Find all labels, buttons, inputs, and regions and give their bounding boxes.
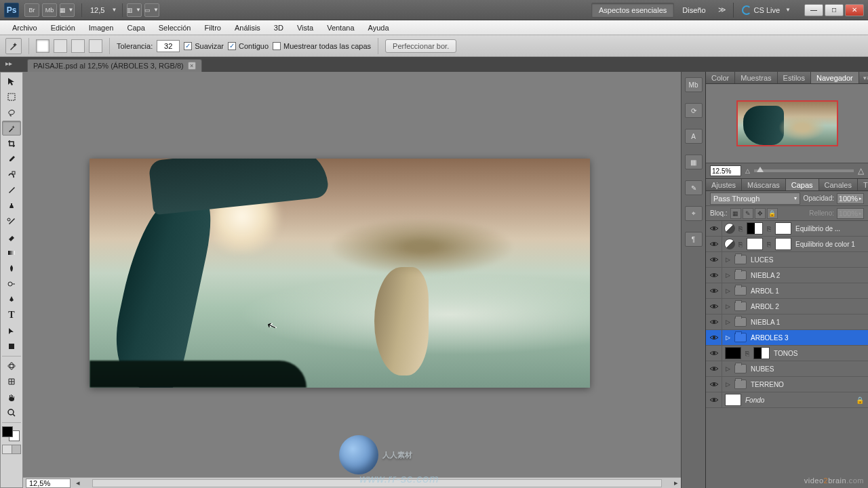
current-tool-magicwand-icon[interactable]	[5, 38, 22, 54]
tab-estilos[interactable]: Estilos	[778, 72, 811, 83]
tab-navegador[interactable]: Navegador	[811, 72, 859, 83]
quick-mask-toggle[interactable]	[2, 445, 21, 454]
layer-item[interactable]: ⎘⎘Equilibrio de color 1	[706, 237, 868, 252]
selection-add-button[interactable]	[54, 39, 67, 53]
color-swatches[interactable]	[2, 426, 20, 441]
zoom-level-display[interactable]: 12,5	[86, 6, 108, 14]
tab-mascaras[interactable]: Máscaras	[742, 179, 786, 190]
close-button[interactable]: ✕	[845, 4, 864, 16]
tab-trazados[interactable]: Trazad	[858, 179, 868, 190]
layer-visibility-toggle[interactable]	[706, 314, 722, 329]
tab-capas[interactable]: Capas	[786, 179, 819, 190]
scroll-left-button[interactable]: ◂	[73, 479, 83, 487]
view-extras-button[interactable]: ▦▼	[60, 3, 75, 17]
minibridge-panel-icon[interactable]: Mb	[685, 77, 703, 92]
more-workspaces-button[interactable]: ≫	[714, 5, 730, 14]
layer-visibility-toggle[interactable]	[706, 377, 722, 392]
pen-tool[interactable]	[2, 292, 21, 307]
3d-rotate-tool[interactable]	[2, 359, 21, 373]
hand-tool[interactable]	[2, 390, 21, 405]
healing-brush-tool[interactable]	[2, 167, 21, 182]
brushes-panel-icon[interactable]: ✎	[685, 180, 703, 195]
selection-intersect-button[interactable]	[89, 39, 102, 53]
swatches-panel-icon[interactable]: ▦	[685, 155, 703, 169]
eyedropper-tool[interactable]	[2, 152, 21, 167]
navigator-thumbnail[interactable]	[736, 100, 838, 146]
antialias-checkbox[interactable]: ✓Suavizar	[184, 42, 224, 50]
layer-visibility-toggle[interactable]	[706, 330, 722, 345]
menu-vista[interactable]: Vista	[290, 22, 320, 34]
layer-name[interactable]: TERRENO	[751, 381, 784, 388]
menu-ayuda[interactable]: Ayuda	[361, 22, 396, 34]
layer-item[interactable]: ▷LUCES	[706, 252, 868, 268]
lock-transparency-icon[interactable]: ▦	[730, 208, 741, 219]
layer-item[interactable]: ▷ÁRBOL 2	[706, 299, 868, 314]
maximize-button[interactable]: □	[825, 4, 844, 16]
move-tool[interactable]	[2, 74, 21, 89]
zoom-tool[interactable]	[2, 405, 21, 420]
lock-all-icon[interactable]: 🔒	[767, 208, 778, 219]
layer-name[interactable]: TONOS	[774, 350, 797, 357]
group-expand-icon[interactable]: ▷	[724, 334, 732, 341]
shape-tool[interactable]	[2, 339, 21, 354]
layer-mask-thumb[interactable]	[747, 238, 763, 250]
layer-item[interactable]: ⎘⎘Equilibrio de ...	[706, 221, 868, 237]
layer-item[interactable]: ⎘TONOS	[706, 346, 868, 361]
chevron-down-icon[interactable]: ▼	[111, 7, 117, 13]
group-expand-icon[interactable]: ▷	[724, 287, 732, 294]
screen-mode-button[interactable]: ▭▼	[144, 3, 159, 17]
opacity-input[interactable]: 100%▸	[837, 193, 864, 204]
character-panel-icon[interactable]: A	[685, 129, 703, 144]
3d-camera-tool[interactable]	[2, 374, 21, 389]
document-tab-close-button[interactable]: ×	[188, 62, 196, 70]
layer-mask-thumb[interactable]	[747, 222, 763, 235]
selection-new-button[interactable]	[36, 39, 50, 53]
menu-3d[interactable]: 3D	[267, 22, 290, 34]
status-zoom-input[interactable]	[26, 479, 71, 488]
layer-thumb[interactable]	[775, 238, 791, 250]
group-expand-icon[interactable]: ▷	[724, 303, 732, 310]
type-tool[interactable]: T	[2, 308, 21, 323]
layer-item[interactable]: ▷NUBES	[706, 361, 868, 377]
horizontal-scrollbar[interactable]: ◂ ▸	[23, 477, 681, 488]
layer-visibility-toggle[interactable]	[706, 221, 722, 236]
scroll-right-button[interactable]: ▸	[671, 479, 681, 487]
tab-muestras[interactable]: Muestras	[735, 72, 777, 83]
brush-tool[interactable]	[2, 183, 21, 198]
arrange-documents-button[interactable]: ▥▼	[127, 3, 142, 17]
selection-subtract-button[interactable]	[71, 39, 85, 53]
layer-visibility-toggle[interactable]	[706, 361, 722, 376]
group-expand-icon[interactable]: ▷	[724, 319, 732, 325]
dock-expand-icon[interactable]: ▸▸	[5, 60, 12, 67]
contiguous-checkbox[interactable]: ✓Contiguo	[228, 42, 269, 50]
navigator-zoom-slider[interactable]	[754, 169, 854, 172]
tab-canales[interactable]: Canales	[819, 179, 858, 190]
layer-item[interactable]: ▷NIEBLA 2	[706, 268, 868, 283]
layer-item[interactable]: ▷NIEBLA 1	[706, 314, 868, 330]
refine-edge-button[interactable]: Perfeccionar bor.	[385, 39, 456, 53]
layer-visibility-toggle[interactable]	[706, 392, 722, 407]
layer-thumb[interactable]	[725, 347, 741, 359]
cslive-button[interactable]: CS Live▼	[736, 5, 797, 15]
canvas-area[interactable]: ↖ ◂ ▸	[23, 72, 681, 488]
menu-capa[interactable]: Capa	[120, 22, 151, 34]
layer-visibility-toggle[interactable]	[706, 299, 722, 314]
layer-name[interactable]: LUCES	[751, 256, 773, 264]
history-brush-tool[interactable]	[2, 214, 21, 229]
path-selection-tool[interactable]	[2, 323, 21, 338]
menu-imagen[interactable]: Imagen	[82, 22, 121, 34]
layer-name[interactable]: NIEBLA 1	[751, 319, 780, 326]
sample-all-layers-checkbox[interactable]: Muestrear todas las capas	[273, 42, 371, 50]
menu-filtro[interactable]: Filtro	[197, 22, 227, 34]
menu-seleccion[interactable]: Selección	[152, 22, 198, 34]
foreground-color[interactable]	[2, 426, 13, 437]
group-expand-icon[interactable]: ▷	[724, 256, 732, 263]
minibridge-button[interactable]: Mb	[42, 3, 57, 17]
layer-name[interactable]: ÁRBOL 1	[751, 287, 779, 295]
zoom-out-icon[interactable]: △	[745, 167, 750, 174]
layer-name[interactable]: Fondo	[745, 396, 764, 404]
layer-name[interactable]: Equilibrio de ...	[795, 225, 840, 232]
bridge-button[interactable]: Br	[24, 3, 39, 17]
layer-item[interactable]: ▷ÁRBOLES 3	[706, 330, 868, 346]
menu-analisis[interactable]: Análisis	[228, 22, 267, 34]
